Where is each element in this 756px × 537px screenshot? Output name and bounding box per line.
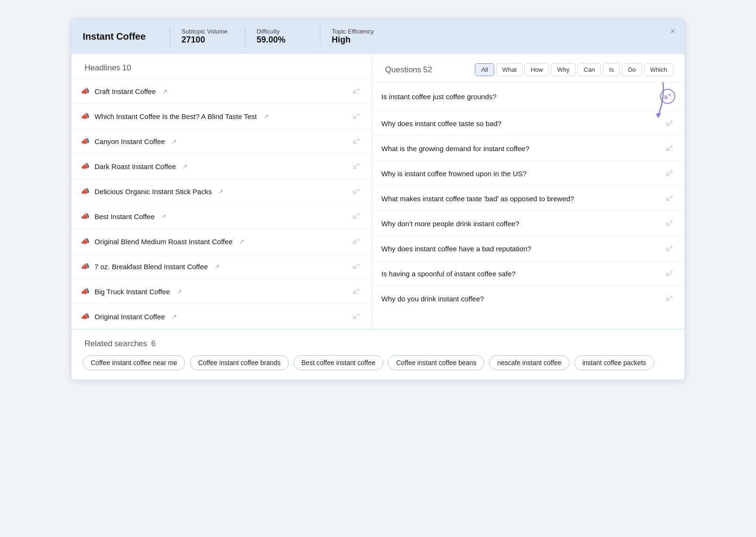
question-item: Why does instant coffee have a bad reput… bbox=[372, 236, 685, 261]
add-to-brief-button[interactable]: ≡+ bbox=[351, 161, 362, 172]
add-question-button[interactable]: ≡+ bbox=[664, 118, 675, 129]
header: Instant Coffee Subtopic Volume 27100 Dif… bbox=[71, 19, 685, 53]
add-icon: ≡+ bbox=[352, 262, 360, 271]
difficulty-value: 59.00% bbox=[257, 35, 309, 45]
efficiency-value: High bbox=[332, 35, 384, 45]
add-to-brief-button[interactable]: ≡+ bbox=[351, 261, 362, 272]
question-text: Is instant coffee just coffee grounds? bbox=[381, 93, 497, 101]
add-icon: ≡+ bbox=[352, 162, 360, 171]
headline-text: Big Truck Instant Coffee bbox=[94, 288, 170, 296]
filter-tab-which[interactable]: Which bbox=[644, 63, 673, 76]
external-link-icon[interactable]: ↗ bbox=[182, 163, 188, 170]
add-question-button[interactable]: ≡+ bbox=[664, 293, 675, 304]
headline-left: 📣 Big Truck Instant Coffee ↗ bbox=[81, 287, 182, 296]
question-text: What makes instant coffee taste 'bad' as… bbox=[381, 195, 574, 203]
add-question-button[interactable]: ≡+ bbox=[664, 243, 675, 254]
headline-left: 📣 Best Instant Coffee ↗ bbox=[81, 212, 166, 221]
headline-text: Dark Roast Instant Coffee bbox=[94, 162, 176, 170]
add-to-brief-button[interactable]: ≡+ bbox=[351, 211, 362, 222]
related-search-tag[interactable]: nescafe instant coffee bbox=[489, 355, 569, 370]
footer: Related searches 6 Coffee instant coffee… bbox=[71, 329, 685, 380]
add-question-button[interactable]: ≡+ bbox=[664, 168, 675, 179]
headline-item: 📣 Canyon Instant Coffee ↗ ≡+ bbox=[71, 129, 371, 154]
related-search-tag[interactable]: Coffee instant coffee brands bbox=[190, 355, 289, 370]
header-divider-2 bbox=[245, 27, 245, 46]
related-search-tag[interactable]: Coffee instant coffee near me bbox=[83, 355, 185, 370]
external-link-icon[interactable]: ↗ bbox=[172, 313, 177, 320]
question-text: Why don't more people drink instant coff… bbox=[381, 220, 519, 228]
filter-tab-can[interactable]: Can bbox=[577, 63, 601, 76]
related-search-tag[interactable]: instant coffee packets bbox=[574, 355, 654, 370]
add-to-brief-button[interactable]: ≡+ bbox=[351, 311, 362, 322]
questions-column: Questions52 AllWhatHowWhyCanIsDoWhich Is… bbox=[372, 54, 685, 329]
megaphone-icon: 📣 bbox=[81, 312, 90, 321]
panel-title: Instant Coffee bbox=[83, 31, 158, 42]
close-button[interactable]: × bbox=[670, 27, 675, 35]
add-question-button[interactable]: ≡+ bbox=[664, 268, 675, 279]
efficiency-label: Topic Efficiency bbox=[332, 28, 384, 35]
megaphone-icon: 📣 bbox=[81, 287, 90, 296]
external-link-icon[interactable]: ↗ bbox=[239, 238, 244, 245]
add-question-button[interactable]: ≡+ bbox=[664, 218, 675, 229]
subtopic-label: Subtopic Volume bbox=[181, 28, 233, 35]
headline-item: 📣 Craft Instant Coffee ↗ ≡+ bbox=[71, 79, 371, 104]
question-text: What is the growing demand for instant c… bbox=[381, 145, 529, 153]
headline-left: 📣 Dark Roast Instant Coffee ↗ bbox=[81, 162, 188, 170]
headline-text: Best Instant Coffee bbox=[94, 213, 155, 221]
headline-text: 7 oz. Breakfast Blend Instant Coffee bbox=[94, 263, 208, 271]
headlines-count: 10 bbox=[122, 63, 131, 72]
add-question-button[interactable]: ≡+ bbox=[660, 89, 675, 104]
question-text: Why does instant coffee have a bad reput… bbox=[381, 245, 531, 253]
external-link-icon[interactable]: ↗ bbox=[218, 188, 223, 195]
megaphone-icon: 📣 bbox=[81, 112, 90, 120]
filter-tabs: AllWhatHowWhyCanIsDoWhich bbox=[475, 63, 673, 76]
external-link-icon[interactable]: ↗ bbox=[177, 288, 182, 295]
difficulty-label: Difficulty bbox=[257, 28, 309, 35]
filter-tab-all[interactable]: All bbox=[475, 63, 494, 76]
filter-tab-how[interactable]: How bbox=[524, 63, 549, 76]
add-to-brief-button[interactable]: ≡+ bbox=[351, 136, 362, 147]
add-to-brief-button[interactable]: ≡+ bbox=[351, 111, 362, 122]
related-search-tag[interactable]: Coffee instant coffee beans bbox=[388, 355, 484, 370]
add-icon: ≡+ bbox=[352, 111, 360, 121]
external-link-icon[interactable]: ↗ bbox=[161, 213, 166, 220]
main-panel: Instant Coffee Subtopic Volume 27100 Dif… bbox=[71, 19, 685, 380]
headline-text: Canyon Instant Coffee bbox=[94, 137, 165, 145]
filter-tab-what[interactable]: What bbox=[496, 63, 523, 76]
question-text: Why do you drink instant coffee? bbox=[381, 295, 484, 303]
add-to-brief-button[interactable]: ≡+ bbox=[351, 286, 362, 297]
headline-left: 📣 7 oz. Breakfast Blend Instant Coffee ↗ bbox=[81, 262, 220, 271]
question-item: Why do you drink instant coffee? ≡+ bbox=[372, 286, 685, 311]
headline-item: 📣 Original Blend Medium Roast Instant Co… bbox=[71, 229, 371, 254]
headline-left: 📣 Canyon Instant Coffee ↗ bbox=[81, 137, 177, 145]
add-question-button[interactable]: ≡+ bbox=[664, 193, 675, 204]
question-item: What is the growing demand for instant c… bbox=[372, 136, 685, 161]
add-icon: ≡+ bbox=[352, 287, 360, 296]
add-icon: ≡+ bbox=[352, 136, 360, 146]
related-searches-tags: Coffee instant coffee near meCoffee inst… bbox=[83, 355, 673, 370]
filter-tab-is[interactable]: Is bbox=[603, 63, 620, 76]
add-to-brief-button[interactable]: ≡+ bbox=[351, 186, 362, 197]
difficulty-stat: Difficulty 59.00% bbox=[257, 28, 309, 45]
headline-left: 📣 Original Blend Medium Roast Instant Co… bbox=[81, 237, 244, 246]
add-icon: ≡+ bbox=[666, 270, 673, 278]
efficiency-stat: Topic Efficiency High bbox=[332, 28, 384, 45]
headline-item: 📣 Delicious Organic Instant Stick Packs … bbox=[71, 179, 371, 204]
headlines-label: Headlines bbox=[85, 63, 120, 72]
related-search-tag[interactable]: Best coffee instant coffee bbox=[293, 355, 384, 370]
external-link-icon[interactable]: ↗ bbox=[163, 88, 168, 95]
external-link-icon[interactable]: ↗ bbox=[172, 138, 177, 145]
filter-tab-why[interactable]: Why bbox=[551, 63, 576, 76]
question-text: Why does instant coffee taste so bad? bbox=[381, 119, 501, 128]
add-question-button[interactable]: ≡+ bbox=[664, 143, 675, 154]
external-link-icon[interactable]: ↗ bbox=[264, 113, 269, 120]
headline-item: 📣 Best Instant Coffee ↗ ≡+ bbox=[71, 204, 371, 229]
filter-tab-do[interactable]: Do bbox=[622, 63, 642, 76]
add-icon: ≡+ bbox=[666, 145, 673, 153]
external-link-icon[interactable]: ↗ bbox=[215, 263, 220, 270]
add-to-brief-button[interactable]: ≡+ bbox=[351, 85, 362, 97]
header-divider-1 bbox=[170, 27, 170, 46]
megaphone-icon: 📣 bbox=[81, 87, 90, 95]
questions-header: Questions52 AllWhatHowWhyCanIsDoWhich bbox=[372, 54, 685, 82]
add-to-brief-button[interactable]: ≡+ bbox=[351, 236, 362, 247]
